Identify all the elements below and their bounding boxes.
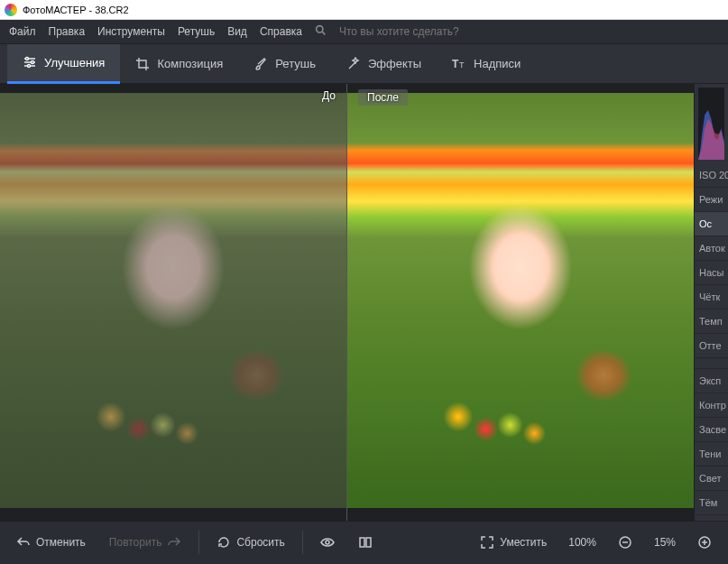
- slider-exposure[interactable]: Эксп: [695, 369, 728, 393]
- reset-icon: [217, 535, 231, 550]
- after-pane: После: [346, 84, 694, 521]
- zoom-level: 15%: [647, 536, 683, 549]
- svg-text:T: T: [459, 60, 465, 69]
- slider-tint[interactable]: Отте: [695, 334, 728, 358]
- svg-point-6: [32, 61, 34, 64]
- mode-toolbar: Улучшения Композиция Ретушь Эффекты TT Н…: [0, 44, 728, 84]
- main-menu: Файл Правка Инструменты Ретушь Вид Справ…: [0, 20, 728, 44]
- compare-icon: [358, 535, 373, 550]
- preview-button[interactable]: [311, 530, 344, 555]
- separator: [302, 531, 303, 554]
- redo-icon: [167, 535, 181, 550]
- menu-retouch[interactable]: Ретушь: [178, 25, 215, 38]
- search-icon: [315, 24, 327, 39]
- before-image: [0, 93, 346, 508]
- slider-auto[interactable]: Авток: [695, 236, 728, 261]
- tab-enhance-label: Улучшения: [44, 56, 105, 69]
- window-title: ФотоМАСТЕР - 38.CR2: [23, 5, 129, 15]
- svg-point-10: [326, 541, 329, 544]
- reset-label: Сбросить: [236, 536, 284, 549]
- side-panel: ISO 20 Режи Ос Авток Насы Чётк Темп Отте…: [694, 84, 728, 521]
- zoom-in-button[interactable]: [688, 530, 721, 555]
- menu-view[interactable]: Вид: [227, 25, 247, 38]
- menu-help[interactable]: Справка: [260, 25, 302, 38]
- before-label: До: [322, 89, 336, 102]
- before-pane: До: [0, 84, 346, 521]
- fit-label: Уместить: [500, 536, 547, 549]
- tab-retouch-label: Ретушь: [275, 57, 316, 70]
- svg-text:T: T: [452, 58, 459, 70]
- app-logo-icon: [5, 4, 17, 16]
- svg-line-1: [322, 32, 325, 34]
- brush-icon: [253, 57, 268, 71]
- after-image: [347, 93, 694, 508]
- zoom-100[interactable]: 100%: [561, 536, 604, 549]
- plus-icon: [697, 535, 712, 550]
- fit-button[interactable]: Уместить: [471, 530, 556, 555]
- crop-icon: [135, 57, 150, 71]
- tab-effects[interactable]: Эффекты: [331, 44, 437, 84]
- undo-label: Отменить: [36, 536, 86, 549]
- svg-point-0: [317, 26, 323, 32]
- slider-blacks[interactable]: Тём: [695, 491, 728, 515]
- eye-icon: [320, 535, 335, 550]
- slider-temperature[interactable]: Темп: [695, 310, 728, 334]
- slider-highlights[interactable]: Засве: [695, 418, 728, 442]
- divider: [695, 358, 728, 369]
- redo-label: Повторить: [109, 536, 162, 549]
- tab-retouch[interactable]: Ретушь: [238, 44, 331, 84]
- reset-button[interactable]: Сбросить: [207, 530, 293, 555]
- sliders-icon: [23, 55, 37, 69]
- compare-button[interactable]: [349, 530, 382, 555]
- text-icon: TT: [452, 57, 466, 71]
- tab-text-label: Надписи: [474, 57, 521, 70]
- tab-main[interactable]: Ос: [695, 212, 728, 236]
- iso-label: ISO 20: [695, 163, 728, 188]
- tab-composition[interactable]: Композиция: [120, 44, 238, 84]
- redo-button[interactable]: Повторить: [100, 530, 191, 555]
- svg-point-7: [28, 65, 31, 68]
- minus-icon: [618, 535, 632, 550]
- workspace: До После ISO 20 Режи Ос Авток Насы Чётк …: [0, 84, 728, 521]
- after-label: После: [358, 89, 408, 106]
- zoom-out-button[interactable]: [609, 530, 641, 555]
- slider-contrast[interactable]: Контр: [695, 393, 728, 418]
- tab-composition-label: Композиция: [157, 57, 223, 70]
- histogram: [698, 88, 724, 160]
- fit-icon: [480, 535, 494, 550]
- bottom-toolbar: Отменить Повторить Сбросить Уместить 100…: [0, 521, 728, 562]
- search-input[interactable]: Что вы хотите сделать?: [339, 25, 459, 38]
- svg-rect-12: [366, 538, 371, 547]
- slider-saturation[interactable]: Насы: [695, 261, 728, 285]
- undo-icon: [16, 535, 31, 550]
- menu-tools[interactable]: Инструменты: [97, 25, 165, 38]
- wand-icon: [346, 57, 361, 71]
- slider-shadows[interactable]: Тени: [695, 442, 728, 467]
- slider-sharpness[interactable]: Чётк: [695, 285, 728, 310]
- menu-file[interactable]: Файл: [9, 25, 36, 38]
- svg-point-5: [26, 58, 29, 60]
- compare-viewer[interactable]: До После: [0, 84, 694, 521]
- menu-edit[interactable]: Правка: [49, 25, 86, 38]
- mode-label[interactable]: Режи: [695, 188, 728, 212]
- tab-enhance[interactable]: Улучшения: [7, 44, 120, 84]
- tab-effects-label: Эффекты: [368, 57, 421, 70]
- window-titlebar: ФотоМАСТЕР - 38.CR2: [0, 0, 728, 20]
- svg-rect-11: [360, 538, 364, 547]
- slider-whites[interactable]: Свет: [695, 467, 728, 491]
- tab-text[interactable]: TT Надписи: [437, 44, 536, 84]
- separator: [198, 531, 199, 554]
- undo-button[interactable]: Отменить: [7, 530, 95, 555]
